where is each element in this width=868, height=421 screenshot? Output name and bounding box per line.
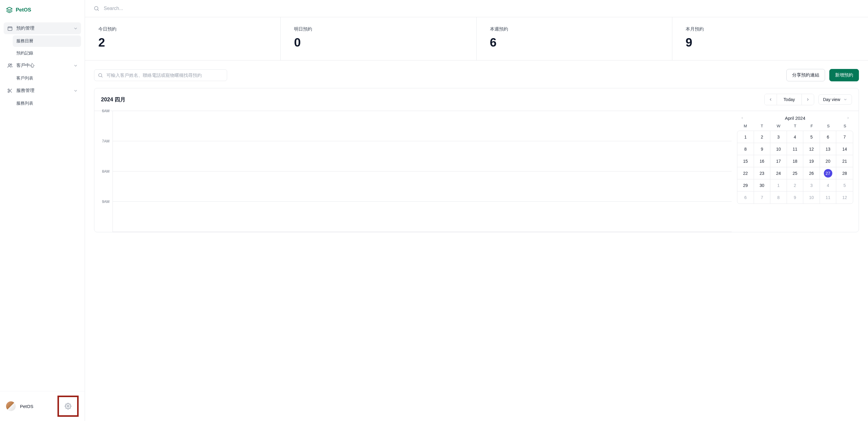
weekday-label: T [787, 124, 804, 128]
mini-weekdays: MTWTFSS [737, 124, 853, 131]
mini-day[interactable]: 11 [820, 191, 837, 204]
nav-group-label: 客戶中心 [16, 63, 34, 68]
hour-slot[interactable] [113, 141, 732, 172]
stat-week: 本週預約 6 [477, 17, 672, 60]
brand-logo[interactable]: PetOS [0, 0, 85, 20]
mini-day[interactable]: 10 [803, 191, 820, 204]
weekday-label: M [737, 124, 754, 128]
nav-group-label: 服務管理 [16, 88, 34, 93]
mini-day[interactable]: 19 [803, 155, 820, 167]
global-search-input[interactable] [104, 6, 860, 11]
mini-day[interactable]: 9 [754, 143, 771, 155]
mini-day[interactable]: 27 [820, 167, 837, 179]
layers-icon [6, 7, 13, 13]
mini-day[interactable]: 3 [770, 131, 787, 143]
mini-day[interactable]: 18 [787, 155, 804, 167]
view-selector[interactable]: Day view [818, 94, 852, 104]
mini-cal-title: April 2024 [785, 116, 805, 121]
mini-day[interactable]: 28 [836, 167, 853, 179]
mini-day[interactable]: 7 [836, 131, 853, 143]
mini-day[interactable]: 2 [787, 179, 804, 191]
stat-label: 明日預約 [294, 26, 463, 32]
nav-item-appointment-records[interactable]: 預約記錄 [13, 48, 81, 59]
sidebar: PetOS 預約管理 服務日曆 預約記錄 客戶中心 [0, 0, 85, 421]
nav-item-customer-list[interactable]: 客戶列表 [13, 72, 81, 84]
stats-row: 今日預約 2 明日預約 0 本週預約 6 本月預約 9 [85, 17, 868, 60]
nav-group-customers[interactable]: 客戶中心 [4, 60, 81, 71]
weekday-label: S [837, 124, 853, 128]
mini-day[interactable]: 12 [836, 191, 853, 204]
nav-group-label: 預約管理 [16, 25, 34, 31]
weekday-label: W [770, 124, 787, 128]
mini-day[interactable]: 12 [803, 143, 820, 155]
appointment-filter-input[interactable] [94, 69, 227, 81]
mini-day[interactable]: 3 [803, 179, 820, 191]
share-link-button[interactable]: 分享預約連結 [786, 69, 825, 81]
stat-value: 6 [490, 36, 659, 49]
mini-day[interactable]: 16 [754, 155, 771, 167]
mini-day[interactable]: 4 [820, 179, 837, 191]
hour-label: 9AM [94, 200, 113, 230]
nav-item-service-list[interactable]: 服務列表 [13, 98, 81, 109]
mini-calendar: April 2024 MTWTFSS 123456789101112131415… [732, 111, 859, 232]
hour-slot[interactable] [113, 172, 732, 202]
mini-day[interactable]: 20 [820, 155, 837, 167]
mini-day[interactable]: 30 [754, 179, 771, 191]
mini-day[interactable]: 7 [754, 191, 771, 204]
mini-day[interactable]: 6 [737, 191, 754, 204]
chevron-down-icon [843, 97, 847, 101]
svg-point-7 [99, 73, 102, 77]
mini-day[interactable]: 21 [836, 155, 853, 167]
hour-slot[interactable] [113, 202, 732, 232]
svg-point-1 [8, 64, 10, 66]
next-month-button[interactable] [845, 115, 851, 121]
chevron-right-icon [806, 97, 810, 101]
hour-label: 7AM [94, 139, 113, 169]
chevron-down-icon [73, 63, 78, 68]
svg-point-4 [8, 91, 9, 93]
mini-day[interactable]: 13 [820, 143, 837, 155]
mini-day[interactable]: 15 [737, 155, 754, 167]
topbar [85, 0, 868, 17]
prev-day-button[interactable] [765, 94, 777, 105]
new-appointment-button[interactable]: 新增預約 [829, 69, 859, 81]
day-view[interactable]: 6AM7AM8AM9AM [94, 111, 732, 232]
avatar[interactable] [6, 401, 16, 411]
search-icon [93, 5, 99, 11]
hour-label: 6AM [94, 109, 113, 139]
mini-day[interactable]: 24 [770, 167, 787, 179]
chevron-left-icon [769, 97, 773, 101]
nav-group-appointments[interactable]: 預約管理 [4, 22, 81, 34]
mini-day[interactable]: 8 [770, 191, 787, 204]
panel-title: 2024 四月 [101, 96, 125, 103]
hour-slot[interactable] [113, 111, 732, 141]
nav-item-service-calendar[interactable]: 服務日曆 [13, 35, 81, 47]
nav-group-services[interactable]: 服務管理 [4, 85, 81, 96]
mini-day[interactable]: 22 [737, 167, 754, 179]
mini-day[interactable]: 5 [836, 179, 853, 191]
mini-day[interactable]: 25 [787, 167, 804, 179]
today-button[interactable]: Today [777, 94, 802, 105]
gear-icon[interactable] [65, 403, 71, 410]
mini-day[interactable]: 5 [803, 131, 820, 143]
date-nav: Today [764, 94, 814, 105]
mini-day[interactable]: 10 [770, 143, 787, 155]
mini-day[interactable]: 29 [737, 179, 754, 191]
mini-day[interactable]: 14 [836, 143, 853, 155]
mini-day[interactable]: 23 [754, 167, 771, 179]
mini-day[interactable]: 11 [787, 143, 804, 155]
mini-day[interactable]: 4 [787, 131, 804, 143]
action-row: 分享預約連結 新增預約 [94, 69, 859, 81]
mini-day[interactable]: 8 [737, 143, 754, 155]
mini-day[interactable]: 1 [770, 179, 787, 191]
mini-day[interactable]: 9 [787, 191, 804, 204]
mini-day[interactable]: 17 [770, 155, 787, 167]
next-day-button[interactable] [802, 94, 814, 105]
mini-day[interactable]: 26 [803, 167, 820, 179]
stat-value: 0 [294, 36, 463, 49]
mini-day[interactable]: 2 [754, 131, 771, 143]
mini-day[interactable]: 6 [820, 131, 837, 143]
mini-day[interactable]: 1 [737, 131, 754, 143]
stat-label: 今日預約 [98, 26, 267, 32]
prev-month-button[interactable] [740, 115, 745, 121]
